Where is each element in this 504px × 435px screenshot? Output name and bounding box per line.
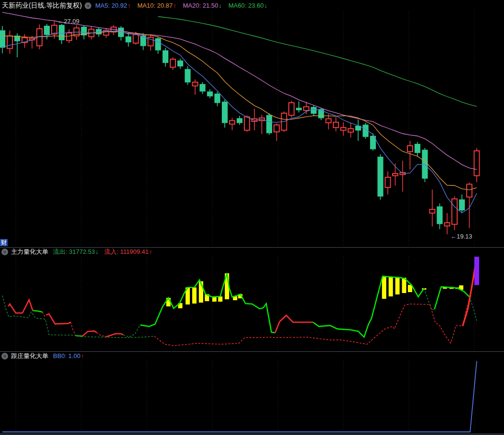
indicator-segment [106, 334, 123, 337]
candle [222, 102, 228, 123]
high-price-annotation: ←27.09 [58, 18, 80, 25]
indicator-segment [435, 287, 470, 309]
ma5-value: 20.92 [111, 2, 127, 9]
candles-layer [0, 22, 480, 234]
candle [326, 119, 331, 122]
candle [267, 115, 272, 133]
candle [215, 94, 220, 102]
candle [289, 103, 294, 115]
bb0-arrow-icon: ↑ [81, 352, 84, 359]
bb0-value: 1.00 [68, 352, 80, 359]
outflow-arrow-icon: ↓ [95, 248, 99, 255]
candle [378, 157, 383, 196]
low-price-annotation: ←19.13 [450, 233, 472, 240]
ma20-arrow-icon: ↓ [219, 2, 222, 9]
collapse-main-chart-icon[interactable]: ∨ [85, 2, 91, 9]
follow-banker-indicator-canvas[interactable] [0, 360, 504, 434]
indicator-segment [470, 297, 477, 321]
indicator-segment [33, 311, 43, 312]
candle [59, 25, 65, 40]
candle [445, 223, 450, 226]
indicator-segment [313, 276, 424, 337]
indicator-segment [123, 325, 141, 337]
outflow-indicator: 流出: 31772.53↓ [53, 248, 99, 256]
candle [296, 108, 302, 110]
ma60-label: MA60: [229, 2, 247, 9]
ma10-arrow-icon: ↑ [173, 2, 176, 9]
candle [133, 34, 139, 43]
ma10-value: 20.87 [157, 2, 173, 9]
indicator-segment [424, 288, 435, 310]
inflow-indicator: 流入: 111909.41↑ [104, 248, 152, 256]
ma5-indicator: MA5: 20.92↑ [95, 2, 131, 9]
candle [185, 69, 190, 82]
yellow-bar [192, 287, 197, 304]
bottom-border [0, 434, 504, 435]
yellow-bar [395, 277, 400, 294]
candle [452, 199, 457, 224]
ma5-label: MA5: [95, 2, 110, 9]
inflow-arrow-icon: ↑ [149, 248, 153, 255]
candle [274, 125, 279, 132]
panel3-title: 跟庄量化大单 [11, 352, 48, 360]
yellow-bar [389, 277, 393, 296]
ma20-value: 21.50 [203, 2, 219, 9]
panel2-header: ∨ 主力量化大单 流出: 31772.53↓ 流入: 111909.41↑ [0, 248, 504, 256]
yellow-bar [212, 297, 217, 302]
indicator-segment [46, 314, 71, 324]
candle [0, 31, 5, 47]
candlestick-chart-canvas[interactable]: ←27.09←19.13 [0, 11, 504, 247]
candle [244, 117, 250, 130]
ma10-indicator: MA10: 20.87↑ [137, 2, 176, 9]
ma60-arrow-icon: ↓ [264, 2, 267, 9]
candle [208, 92, 213, 96]
news-marker-badge[interactable]: 财 [0, 239, 8, 246]
panel2-title: 主力量化大单 [11, 248, 48, 256]
indicator-lines-layer [2, 257, 477, 346]
candle [200, 84, 205, 91]
ma20-label: MA20: [183, 2, 201, 9]
yellow-bar [218, 296, 222, 302]
candle [430, 209, 435, 213]
candle [163, 51, 168, 63]
candle [311, 107, 317, 113]
candle [304, 107, 309, 110]
indicator-segment [275, 315, 313, 333]
ma60-indicator: MA60: 23.60↓ [229, 2, 267, 9]
indicator-segment [140, 273, 275, 333]
candle [341, 128, 346, 130]
indicator-segment [43, 312, 46, 316]
candle [467, 184, 472, 197]
bb0-line [2, 361, 477, 432]
candle [422, 150, 427, 178]
candle [333, 122, 339, 128]
candle [155, 39, 161, 50]
indicator-segment [8, 300, 33, 313]
candle [474, 151, 480, 176]
main-force-indicator-canvas[interactable] [0, 256, 504, 351]
indicator-segment [82, 331, 96, 336]
indicator-segment [97, 332, 106, 337]
gridlines [16, 360, 474, 434]
candle [7, 36, 12, 48]
candle [66, 33, 72, 41]
candle [193, 82, 198, 86]
yellow-bar [382, 276, 386, 299]
ma5-arrow-icon: ↑ [128, 2, 131, 9]
candle [348, 129, 353, 132]
collapse-panel3-icon[interactable]: ∨ [1, 353, 8, 359]
purple-volume-bar [474, 257, 479, 285]
candle [44, 26, 50, 34]
bb0-indicator: BB0: 1.00↑ [53, 352, 84, 359]
candle [407, 146, 413, 152]
indicator-segment [2, 295, 154, 337]
indicator-segment [71, 322, 76, 336]
candle [126, 37, 131, 42]
ma-line-ma60 [158, 17, 477, 107]
candle [437, 207, 442, 224]
ma60-value: 23.60 [248, 2, 264, 9]
collapse-panel2-icon[interactable]: ∨ [1, 249, 8, 255]
candle [237, 119, 242, 123]
stock-title: 天新药业(日线.等比前复权) [2, 1, 82, 10]
candle [363, 125, 368, 137]
